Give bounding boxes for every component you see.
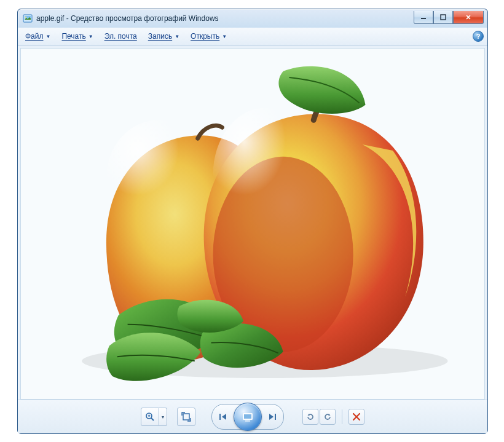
chevron-down-icon: ▼ — [46, 34, 51, 39]
footer-toolbar: ▼ — [18, 400, 487, 433]
delete-button[interactable] — [348, 409, 364, 425]
fit-icon — [181, 412, 191, 422]
svg-rect-4 — [441, 15, 446, 20]
slideshow-icon — [242, 411, 254, 422]
separator — [342, 409, 342, 424]
help-icon: ? — [476, 33, 481, 40]
svg-rect-18 — [245, 420, 250, 422]
menu-file[interactable]: Файл▼ — [22, 30, 54, 42]
rotate-cw-button[interactable] — [320, 409, 336, 425]
slideshow-button[interactable] — [234, 403, 262, 431]
app-window: apple.gif - Средство просмотра фотографи… — [17, 9, 488, 434]
maximize-button[interactable] — [433, 11, 453, 24]
menu-bar: Файл▼ Печать▼ Эл. почта Запись▼ Открыть▼… — [18, 28, 487, 45]
svg-line-11 — [151, 418, 154, 420]
menu-email[interactable]: Эл. почта — [101, 30, 141, 42]
close-button[interactable] — [453, 11, 484, 24]
svg-rect-3 — [421, 18, 426, 19]
svg-point-2 — [25, 17, 26, 18]
image-viewport[interactable] — [20, 48, 485, 400]
svg-rect-19 — [275, 414, 276, 420]
svg-rect-17 — [244, 414, 251, 419]
displayed-image — [21, 49, 484, 399]
app-icon — [23, 14, 33, 23]
svg-rect-14 — [183, 414, 189, 420]
zoom-dropdown[interactable]: ▼ — [159, 408, 167, 426]
next-icon — [268, 412, 277, 421]
delete-icon — [352, 412, 361, 422]
minimize-button[interactable] — [414, 11, 433, 24]
title-bar[interactable]: apple.gif - Средство просмотра фотографи… — [18, 9, 487, 28]
svg-point-7 — [106, 120, 210, 236]
chevron-down-icon: ▼ — [161, 415, 165, 419]
rotate-ccw-icon — [305, 412, 315, 422]
fit-to-window-button[interactable] — [177, 408, 195, 426]
help-button[interactable]: ? — [473, 31, 484, 42]
previous-icon — [219, 412, 227, 421]
window-title: apple.gif - Средство просмотра фотографи… — [36, 14, 414, 23]
rotate-ccw-button[interactable] — [302, 409, 318, 425]
chevron-down-icon: ▼ — [175, 34, 179, 39]
menu-print[interactable]: Печать▼ — [58, 30, 96, 42]
svg-rect-15 — [219, 414, 221, 420]
svg-point-9 — [213, 108, 317, 242]
menu-open[interactable]: Открыть▼ — [187, 30, 230, 42]
magnifier-icon — [145, 412, 155, 422]
chevron-down-icon: ▼ — [89, 34, 93, 39]
chevron-down-icon: ▼ — [222, 34, 227, 39]
next-button[interactable] — [263, 408, 282, 426]
zoom-group: ▼ — [141, 408, 167, 426]
navigation-group — [211, 404, 284, 430]
menu-burn[interactable]: Запись▼ — [144, 30, 183, 42]
rotate-group — [302, 409, 336, 425]
window-controls — [414, 11, 487, 23]
rotate-cw-icon — [323, 412, 333, 422]
zoom-button[interactable] — [141, 408, 159, 426]
previous-button[interactable] — [214, 408, 232, 426]
